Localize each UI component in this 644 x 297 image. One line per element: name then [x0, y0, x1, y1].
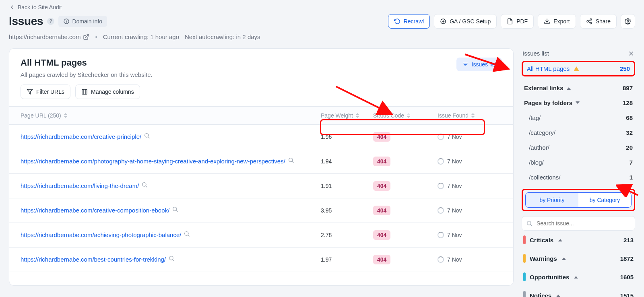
severity-count: 1605: [620, 274, 634, 280]
severity-row[interactable]: Opportunities1605: [522, 268, 635, 286]
search-issue[interactable]: [522, 216, 635, 231]
page-weight-cell: 1.91: [321, 183, 373, 189]
folder-row[interactable]: /tag/68: [522, 110, 635, 125]
issues-list-chip[interactable]: Issues list: [456, 58, 502, 71]
table-row: https://richardbernabe.com/creative-comp…: [9, 198, 513, 223]
issue-found-cell: 7 Nov: [438, 207, 502, 214]
next-autocrawl: Next autocrawling: in 2 days: [185, 33, 260, 40]
page-url-link[interactable]: https://richardbernabe.com/best-countrie…: [21, 256, 166, 263]
status-badge: 404: [373, 255, 390, 264]
google-icon: [440, 18, 446, 25]
page-url-link[interactable]: https://richardbernabe.com/living-the-dr…: [21, 182, 139, 189]
folder-count: 20: [626, 144, 633, 151]
svg-point-27: [185, 231, 188, 235]
share-button[interactable]: Share: [580, 14, 617, 29]
seg-by-priority[interactable]: by Priority: [526, 193, 578, 207]
status-code-cell: 404: [373, 206, 438, 215]
chevron-up-icon: [567, 86, 571, 90]
status-badge: 404: [373, 132, 390, 142]
page-url-link[interactable]: https://richardbernabe.com/creative-comp…: [21, 207, 169, 214]
search-icon: [526, 220, 533, 227]
recrawl-button[interactable]: Recrawl: [388, 14, 430, 29]
pdf-label: PDF: [516, 18, 528, 25]
severity-row[interactable]: Warnings1872: [522, 249, 635, 268]
ga-gsc-label: GA / GSC Setup: [450, 18, 491, 25]
issues-list-chip-label: Issues list: [472, 61, 496, 68]
folder-count: 1: [630, 174, 633, 181]
external-links-row[interactable]: External links 897: [522, 80, 635, 95]
inspect-icon[interactable]: [144, 132, 150, 139]
folder-path: /category/: [529, 129, 555, 136]
svg-point-23: [142, 182, 146, 186]
share-label: Share: [596, 18, 611, 25]
info-icon[interactable]: ?: [47, 18, 54, 25]
pages-by-folders-row[interactable]: Pages by folders 128: [522, 95, 635, 110]
domain-info-pill[interactable]: Domain info: [58, 16, 107, 27]
close-icon[interactable]: [628, 50, 634, 57]
page-url-link[interactable]: https://richardbernabe.com/photography-a…: [21, 158, 285, 165]
folder-row[interactable]: /blog/7: [522, 155, 635, 170]
ga-gsc-button[interactable]: GA / GSC Setup: [434, 14, 497, 29]
columns-icon: [81, 89, 88, 95]
progress-ring-icon: [438, 158, 444, 165]
severity-label: Notices: [530, 292, 551, 297]
segmented-control: by Priority by Category: [525, 192, 632, 208]
folder-row[interactable]: /category/32: [522, 125, 635, 140]
export-label: Export: [553, 18, 570, 25]
progress-ring-icon: [438, 134, 444, 140]
page-url-cell: https://richardbernabe.com/living-the-dr…: [21, 182, 310, 191]
severity-row[interactable]: Criticals213: [522, 231, 635, 249]
col-issue-found[interactable]: Issue Found: [438, 112, 502, 119]
site-url: https://richardbernabe.com: [9, 33, 80, 40]
issue-found-cell: 7 Nov: [438, 183, 502, 189]
funnel-icon: [27, 89, 33, 95]
severity-row[interactable]: Notices1515: [522, 286, 635, 297]
svg-line-30: [173, 260, 174, 261]
export-button[interactable]: Export: [538, 14, 576, 29]
page-url-cell: https://richardbernabe.com/creative-comp…: [21, 206, 310, 215]
chevron-left-icon: [9, 4, 15, 10]
sidebar-title: Issues list: [522, 50, 549, 57]
sort-icon: [355, 113, 359, 118]
status-code-cell: 404: [373, 132, 438, 142]
download-icon: [544, 18, 550, 25]
inspect-icon[interactable]: [288, 157, 294, 163]
crawl-status: Current crawling: 1 hour ago: [103, 33, 179, 40]
settings-button[interactable]: [621, 14, 635, 29]
col-page-weight[interactable]: Page Weight: [321, 112, 373, 119]
page-weight-cell: 1.94: [321, 158, 373, 165]
recrawl-label: Recrawl: [404, 18, 424, 25]
inspect-icon[interactable]: [172, 206, 178, 212]
domain-info-label: Domain info: [72, 18, 102, 25]
external-links-count: 897: [623, 85, 633, 91]
page-url-link[interactable]: https://richardbernabe.com/creative-prin…: [21, 133, 141, 140]
folder-row[interactable]: /collections/1: [522, 170, 635, 185]
inspect-icon[interactable]: [168, 255, 175, 262]
folder-path: /blog/: [529, 159, 544, 166]
svg-point-29: [169, 256, 173, 260]
inspect-icon[interactable]: [141, 182, 148, 188]
folder-row[interactable]: /author/20: [522, 140, 635, 155]
pages-card: All HTML pages All pages crawled by Site…: [9, 48, 514, 286]
svg-marker-15: [27, 89, 32, 94]
svg-line-11: [86, 35, 89, 37]
col-page-url[interactable]: Page URL (250): [21, 112, 321, 119]
issue-found-cell: 7 Nov: [438, 134, 502, 140]
manage-columns-button[interactable]: Manage columns: [75, 85, 140, 99]
site-url-link[interactable]: https://richardbernabe.com: [9, 33, 89, 40]
search-issue-input[interactable]: [536, 220, 631, 227]
severity-count: 1515: [620, 292, 634, 297]
back-to-site-audit[interactable]: Back to Site Audit: [9, 4, 62, 10]
severity-color-bar: [523, 272, 526, 281]
page-url-link[interactable]: https://richardbernabe.com/achieving-pho…: [21, 231, 181, 238]
filter-urls-button[interactable]: Filter URLs: [21, 85, 70, 99]
col-status-code[interactable]: Status Code: [373, 112, 438, 119]
svg-point-33: [527, 221, 531, 225]
pdf-button[interactable]: PDF: [501, 14, 534, 29]
svg-point-25: [173, 207, 177, 210]
seg-by-category[interactable]: by Category: [578, 193, 631, 207]
all-html-pages-row[interactable]: All HTML pages 250: [522, 61, 635, 76]
manage-columns-label: Manage columns: [91, 89, 134, 95]
folder-path: /author/: [529, 144, 549, 151]
inspect-icon[interactable]: [184, 231, 190, 237]
